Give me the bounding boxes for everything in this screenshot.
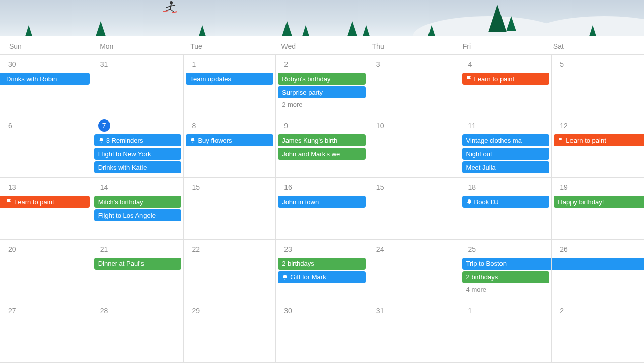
calendar-event[interactable]: Buy flowers	[186, 134, 273, 146]
calendar-event[interactable]: Dinner at Paul's	[94, 258, 182, 270]
day-cell[interactable]: 31	[368, 301, 460, 363]
calendar-event[interactable]: Gift for Mark	[278, 271, 366, 283]
day-cell[interactable]: 13Learn to paint	[0, 178, 92, 239]
day-number: 12	[554, 119, 642, 133]
show-more-link[interactable]: 4 more	[462, 285, 550, 294]
svg-point-0	[170, 1, 173, 4]
day-cell[interactable]: 30Drinks with Robin	[0, 55, 92, 116]
reminder-icon	[98, 137, 104, 143]
day-cell[interactable]: 11Vintage clothes maNight outMeet Julia	[460, 116, 552, 178]
day-cell[interactable]: 19Happy birthday!	[552, 178, 644, 239]
calendar-event[interactable]: Surprise party	[278, 86, 366, 98]
day-number: 31	[370, 305, 458, 318]
day-cell[interactable]: 9James Kung's birthJohn and Mark's we	[276, 116, 368, 178]
day-cell[interactable]: 6	[0, 116, 92, 178]
calendar-event[interactable]: Night out	[462, 148, 550, 160]
day-cell[interactable]: 26	[552, 240, 644, 301]
day-number: 15	[186, 181, 273, 194]
day-cell[interactable]: 4Learn to paint	[460, 55, 552, 116]
day-cell[interactable]: 10	[368, 116, 460, 178]
calendar-event[interactable]: Mitch's birthday	[94, 196, 182, 208]
day-cell[interactable]: 15	[184, 178, 276, 239]
day-header: Fri	[463, 42, 553, 50]
day-header: Sun	[9, 42, 100, 50]
calendar-event[interactable]: Trip to Boston	[462, 258, 552, 270]
day-number: 7	[94, 119, 182, 133]
show-more-link[interactable]: 2 more	[278, 100, 366, 109]
day-cell[interactable]: 8Buy flowers	[184, 116, 276, 178]
calendar-event[interactable]: 3 Reminders	[94, 134, 182, 146]
event-label: Trip to Boston	[466, 260, 507, 267]
calendar-event[interactable]: Drinks with Katie	[94, 161, 182, 173]
calendar-event[interactable]: Team updates	[186, 73, 273, 85]
day-cell[interactable]: 21Dinner at Paul's	[92, 240, 184, 301]
day-cell[interactable]: 232 birthdaysGift for Mark	[276, 240, 368, 301]
day-cell[interactable]: 22	[184, 240, 276, 301]
calendar-event[interactable]: John and Mark's we	[278, 148, 366, 160]
calendar-event[interactable]: John in town	[278, 196, 366, 208]
event-label: John and Mark's we	[282, 150, 340, 158]
day-cell[interactable]: 1	[460, 301, 552, 363]
day-cell[interactable]: 15	[368, 178, 460, 239]
day-cell[interactable]: 2	[552, 301, 644, 363]
calendar-event[interactable]: Learn to paint	[462, 73, 550, 85]
day-cell[interactable]: 27	[0, 301, 92, 363]
day-cell[interactable]: 31	[92, 55, 184, 116]
svg-line-1	[170, 4, 171, 9]
day-cell[interactable]: 3	[368, 55, 460, 116]
day-cell[interactable]: 30	[276, 301, 368, 363]
event-label: Robyn's birthday	[282, 75, 330, 83]
calendar-event[interactable]: Vintage clothes ma	[462, 134, 550, 146]
calendar-event[interactable]: Drinks with Robin	[0, 73, 90, 85]
day-cell[interactable]: 73 RemindersFlight to New YorkDrinks wit…	[92, 116, 184, 178]
day-header: Wed	[281, 42, 372, 50]
day-cell[interactable]: 20	[0, 240, 92, 301]
day-cell[interactable]: 16John in town	[276, 178, 368, 239]
calendar-event[interactable]: Flight to New York	[94, 148, 182, 160]
day-number: 24	[370, 243, 458, 256]
day-cell[interactable]: 5	[552, 55, 644, 116]
event-label: 3 Reminders	[106, 137, 144, 144]
event-label: Learn to paint	[566, 137, 606, 144]
day-cell[interactable]: 24	[368, 240, 460, 301]
calendar-event[interactable]: Happy birthday!	[554, 196, 644, 208]
month-banner	[0, 0, 644, 36]
day-number: 19	[554, 181, 642, 194]
day-number: 15	[370, 181, 458, 194]
calendar-event[interactable]: James Kung's birth	[278, 134, 366, 146]
svg-line-5	[170, 9, 174, 12]
calendar-event[interactable]: 2 birthdays	[278, 258, 366, 270]
day-cell[interactable]: 28	[92, 301, 184, 363]
day-cell[interactable]: 12Learn to paint	[552, 116, 644, 178]
day-number: 27	[2, 305, 90, 318]
day-number: 8	[186, 119, 273, 133]
calendar-event[interactable]: 2 birthdays	[462, 271, 550, 283]
day-cell[interactable]: 25Trip to Boston2 birthdays4 more	[460, 240, 552, 301]
calendar-event[interactable]: Flight to Los Angele	[94, 209, 182, 221]
svg-line-6	[163, 11, 168, 12]
day-cell[interactable]: 14Mitch's birthdayFlight to Los Angele	[92, 178, 184, 239]
calendar-event[interactable]: Book DJ	[462, 196, 550, 208]
calendar-event[interactable]: Meet Julia	[462, 161, 550, 173]
event-label: Drinks with Robin	[6, 75, 57, 83]
calendar-event[interactable]: Learn to paint	[0, 196, 90, 208]
calendar-event[interactable]	[552, 258, 644, 270]
event-label: Happy birthday!	[558, 198, 604, 206]
day-number: 23	[278, 243, 366, 256]
day-cell[interactable]: 1Team updates	[184, 55, 276, 116]
event-label: Learn to paint	[14, 198, 54, 206]
event-label: Book DJ	[474, 198, 499, 206]
day-number: 9	[278, 119, 366, 133]
day-cell[interactable]: 29	[184, 301, 276, 363]
day-number: 21	[94, 243, 182, 256]
day-header: Mon	[100, 42, 190, 50]
day-number: 14	[94, 181, 182, 194]
day-cell[interactable]: 2Robyn's birthdaySurprise party2 more	[276, 55, 368, 116]
event-label: Surprise party	[282, 89, 323, 96]
day-number: 25	[462, 243, 550, 256]
calendar-event[interactable]: Robyn's birthday	[278, 73, 366, 85]
calendar-event[interactable]: Learn to paint	[554, 134, 644, 146]
day-cell[interactable]: 18Book DJ	[460, 178, 552, 239]
event-label: Flight to Los Angele	[98, 212, 156, 219]
day-number: 30	[278, 305, 366, 318]
